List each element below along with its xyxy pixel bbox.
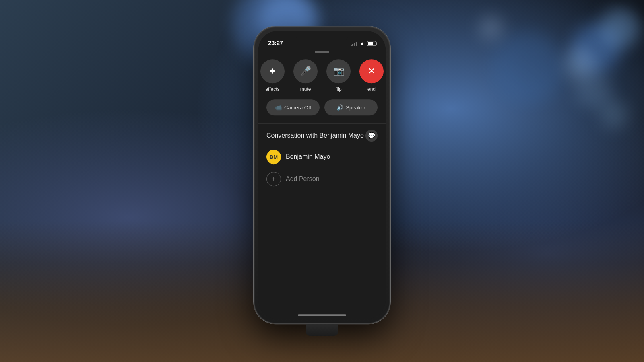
flip-button-circle[interactable]: 📷	[326, 59, 351, 83]
flip-label: flip	[335, 86, 341, 92]
message-button[interactable]: 💬	[365, 130, 378, 142]
call-controls: ✦ effects 🎤 mute 📷	[258, 59, 386, 123]
speaker-button[interactable]: 🔊 Speaker	[324, 99, 378, 115]
screen-content: 23:27 ▲	[258, 31, 386, 319]
message-bubble-icon: 💬	[368, 132, 376, 139]
end-button[interactable]: ✕ end	[359, 59, 384, 92]
contact-avatar: BM	[266, 150, 281, 164]
signal-bar-3	[354, 43, 355, 46]
camera-off-button[interactable]: 📹 Camera Off	[266, 99, 320, 115]
effects-star-icon: ✦	[268, 65, 277, 78]
phone-screen: 23:27 ▲	[258, 31, 386, 319]
signal-bars-icon	[351, 41, 357, 46]
phone-body: 23:27 ▲	[254, 26, 390, 324]
contact-name: Benjamin Mayo	[286, 153, 330, 160]
mute-button[interactable]: 🎤 mute	[293, 59, 318, 92]
effects-label: effects	[265, 86, 279, 92]
signal-bar-4	[356, 42, 357, 46]
contact-row: BM Benjamin Mayo	[266, 147, 378, 167]
pull-indicator[interactable]	[315, 51, 329, 53]
speaker-label: Speaker	[346, 105, 365, 111]
signal-bar-1	[351, 45, 352, 46]
flip-button[interactable]: 📷 flip	[326, 59, 351, 92]
wifi-icon: ▲	[359, 40, 365, 46]
phone-wrapper: 23:27 ▲	[254, 26, 390, 324]
mute-button-circle[interactable]: 🎤	[293, 59, 318, 83]
conversation-header: Conversation with Benjamin Mayo 💬	[266, 130, 378, 142]
secondary-controls: 📹 Camera Off 🔊 Speaker	[266, 99, 378, 115]
effects-button[interactable]: ✦ effects	[260, 59, 285, 92]
status-icons: ▲	[351, 40, 376, 46]
flip-icon: 📷	[333, 66, 344, 76]
end-button-circle[interactable]: ✕	[359, 59, 384, 83]
phone-base	[306, 324, 338, 336]
control-buttons-row: ✦ effects 🎤 mute 📷	[266, 59, 378, 92]
end-label: end	[367, 86, 376, 92]
phone-notch	[296, 31, 348, 42]
add-person-icon: +	[266, 172, 281, 186]
battery-fill	[368, 42, 373, 45]
home-indicator[interactable]	[298, 314, 346, 316]
mute-icon: 🎤	[300, 66, 311, 76]
end-icon: ✕	[368, 66, 375, 76]
signal-bar-2	[352, 44, 353, 46]
conversation-title: Conversation with Benjamin Mayo	[266, 132, 364, 139]
speaker-icon: 🔊	[336, 104, 343, 111]
effects-button-circle[interactable]: ✦	[260, 59, 285, 83]
add-person-button[interactable]: + Add Person	[266, 169, 378, 189]
mute-label: mute	[300, 86, 311, 92]
camera-off-label: Camera Off	[284, 105, 311, 111]
conversation-section: Conversation with Benjamin Mayo 💬 BM Ben…	[258, 124, 386, 195]
camera-off-icon: 📹	[275, 104, 282, 111]
status-time: 23:27	[268, 39, 283, 46]
contact-initials: BM	[270, 154, 278, 160]
battery-icon	[367, 41, 376, 46]
add-person-label: Add Person	[286, 175, 320, 183]
